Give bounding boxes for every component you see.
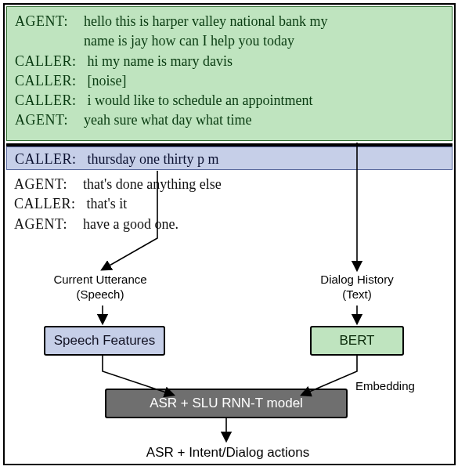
utterance-text: have a good one. — [83, 215, 445, 233]
label-line2: (Text) — [342, 287, 372, 301]
dialog-history-label: Dialog History (Text) — [302, 273, 412, 302]
utterance-text: [noise] — [88, 71, 445, 90]
utterance-cont: name is jay how can I help you today — [84, 31, 444, 50]
utterance-text: i would like to schedule an appointment — [88, 91, 445, 110]
future-turn: AGENT: have a good one. — [14, 215, 445, 233]
speaker-label: AGENT: — [15, 110, 73, 129]
current-utterance-box: CALLER: thursday one thirty p m — [6, 146, 453, 170]
speaker-label: AGENT: — [14, 215, 72, 233]
speaker-label: CALLER: — [15, 91, 77, 110]
utterance-text: hello this is harper valley national ban… — [84, 12, 444, 31]
label-line1: Dialog History — [320, 273, 393, 286]
utterance-text: hi my name is mary davis — [88, 52, 445, 70]
bert-box: BERT — [310, 326, 404, 356]
utterance-text: that's done anything else — [83, 175, 445, 193]
history-turn: CALLER: [noise] — [15, 71, 444, 90]
speaker-label: AGENT: — [15, 12, 73, 31]
future-turn: CALLER: that's it — [14, 194, 445, 213]
utterance-text: that's it — [87, 194, 445, 213]
label-line2: (Speech) — [77, 287, 124, 301]
future-turn: AGENT: that's done anything else — [14, 175, 445, 193]
speaker-label: CALLER: — [15, 71, 77, 90]
speaker-label: CALLER: — [15, 52, 77, 70]
embedding-label: Embedding — [355, 379, 415, 392]
history-turn: AGENT: hello this is harper valley natio… — [15, 12, 444, 31]
diagram-frame: AGENT: hello this is harper valley natio… — [3, 3, 456, 465]
history-turn: AGENT: yeah sure what day what time — [15, 110, 444, 129]
utterance-text: yeah sure what day what time — [84, 110, 444, 129]
output-label: ASR + Intent/Dialog actions — [122, 445, 334, 461]
history-turn: CALLER: hi my name is mary davis — [15, 52, 444, 70]
rnnt-model-box: ASR + SLU RNN-T model — [105, 389, 348, 418]
history-turn-cont: name is jay how can I help you today — [15, 31, 444, 50]
current-turn: CALLER: thursday one thirty p m — [15, 150, 444, 168]
current-utterance-label: Current Utterance (Speech) — [38, 273, 163, 302]
utterance-text: thursday one thirty p m — [88, 150, 445, 168]
speaker-label: AGENT: — [14, 175, 72, 193]
speaker-label: CALLER: — [15, 150, 77, 168]
history-turn: CALLER: i would like to schedule an appo… — [15, 91, 444, 110]
speaker-label: CALLER: — [14, 194, 76, 213]
label-line1: Current Utterance — [53, 273, 146, 286]
remaining-turns: AGENT: that's done anything else CALLER:… — [6, 172, 453, 237]
dialog-history-box: AGENT: hello this is harper valley natio… — [6, 6, 453, 141]
speech-features-box: Speech Features — [44, 326, 165, 356]
